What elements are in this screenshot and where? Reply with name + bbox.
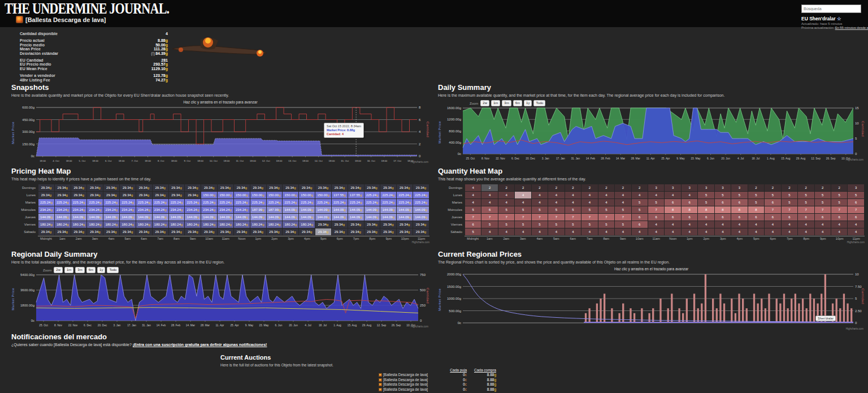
heatmap-cell: 225.24g (332, 199, 348, 206)
heatmap-cell: 4 (632, 192, 648, 198)
tooltip-date: Sat Oct 15 2022, 8:34am (327, 124, 361, 128)
zoom-button-todo[interactable]: Todo (533, 100, 545, 106)
hour-label: 1pm (250, 237, 266, 240)
heatmap-cell: 5 (798, 199, 814, 206)
heatmap-cell: 29.34g (87, 192, 103, 198)
heatmap-cell: 4 (632, 228, 648, 235)
svg-text:Highcharts.com: Highcharts.com (846, 158, 864, 161)
heatmap-cell: 4 (598, 192, 614, 198)
stat-group: Vender a vendedor123.78g48hr Listing Fee… (20, 74, 168, 82)
stat-value: 293.57g (153, 62, 168, 66)
heatmap-cell: 144.09g (283, 206, 298, 213)
site-logo[interactable]: THE UNDERMINE JOURNAL. (5, 0, 169, 18)
item-icon[interactable] (16, 16, 23, 23)
heatmap-cell: 3 (848, 184, 864, 191)
chart-drag-hint: Haz clic y arrastra en el trazado para a… (438, 267, 865, 271)
regional-daily-chart[interactable]: 5400.00g3600.00g1800.00g0c750500250025. … (11, 267, 429, 328)
snapshots-title: Snapshots (11, 83, 429, 92)
zoom-button-2w[interactable]: 2w (54, 267, 63, 273)
chart-drag-hint: Haz clic y arrastra en el trazado para a… (11, 100, 429, 104)
svg-text:15. Aug: 15. Aug (348, 324, 357, 327)
heatmap-cell: 187.99g (250, 206, 266, 213)
heatmap-row-miércoles: Miércoles234.24g234.24g234.24g234.24g234… (12, 206, 429, 213)
zoom-button-2w[interactable]: 2w (480, 100, 489, 106)
svg-text:29. Aug: 29. Aug (362, 324, 372, 327)
heatmap-cell: 4 (731, 221, 747, 228)
heatmap-row-lunes: Lunes29.34g29.34g29.34g29.34g29.34g29.34… (12, 192, 429, 198)
heatmap-cell: 4 (815, 221, 831, 228)
heatmap-cell: 6 (831, 214, 847, 221)
heatmap-cell: 29.34g (348, 228, 364, 235)
favorite-star-icon[interactable]: ☆ (837, 16, 841, 21)
svg-text:1000.00g: 1000.00g (447, 297, 461, 300)
heatmap-cell: 29.34g (136, 228, 152, 235)
heatmap-cell: 6 (715, 199, 731, 206)
hour-label: Noon (665, 237, 682, 240)
heatmap-cell: 225.24g (103, 199, 119, 206)
heatmap-row-viernes: Viernes180.24g180.24g180.24g180.24g180.2… (12, 221, 429, 228)
heatmap-cell: 3 (682, 184, 697, 191)
auction-item-link[interactable]: [Ballesta Descarga de lava] (377, 382, 444, 387)
heatmap-cell: 7 (815, 206, 831, 213)
item-name[interactable]: [Ballesta Descarga de lava] (25, 16, 106, 23)
next-update-link[interactable]: En 55 minutos desde ahora (835, 26, 868, 29)
zoom-button-1y[interactable]: 1y (97, 267, 105, 273)
svg-text:26. Sep: 26. Sep (826, 157, 836, 160)
zoom-button-1m[interactable]: 1m (491, 100, 500, 106)
y-axis-title-price: Market Price (11, 122, 15, 144)
heatmap-cell: 225.24g (413, 199, 429, 206)
auction-item-link[interactable]: [Ballesta Descarga de lava] (377, 378, 444, 383)
zoom-button-6m[interactable]: 6m (513, 100, 522, 106)
heatmap-cell: 4 (715, 221, 731, 228)
heatmap-cell: 29.34g (413, 184, 429, 191)
svg-text:12. Oct: 12. Oct (262, 159, 271, 162)
svg-text:4: 4 (419, 130, 421, 133)
daily-summary-chart[interactable]: 1600.00g1200.00g800.00g400.00g0c15105025… (438, 100, 865, 161)
quantity-heatmap-title: Quantity Heat Map (438, 167, 865, 175)
heatmap-cell: 4 (615, 192, 631, 198)
svg-text:1. Aug: 1. Aug (767, 157, 775, 160)
svg-text:18:00: 18:00 (40, 159, 46, 162)
svg-text:15: 15 (855, 106, 859, 110)
svg-text:0: 0 (420, 319, 422, 322)
heatmap-cell: 8 (698, 206, 714, 213)
heatmap-cell: 5 (748, 192, 764, 198)
notifications-title: Notificaciones del mercado (11, 332, 429, 341)
subscription-link[interactable]: ¡Entra con una suscripción gratuita para… (133, 343, 267, 347)
zoom-button-1m[interactable]: 1m (64, 267, 73, 273)
auction-buyout: 8.88g (468, 382, 497, 387)
heatmap-cell: 29.34g (315, 184, 331, 191)
heatmap-cell: 6 (748, 214, 764, 221)
zoom-button-1y[interactable]: 1y (524, 100, 532, 106)
current-regional-chart[interactable]: 2000.00g1500.00g1000.00g500.00g0c107.505… (438, 267, 865, 330)
heatmap-cell: 4 (598, 228, 614, 235)
heatmap-cell: 225.24g (315, 199, 331, 206)
zoom-button-3m[interactable]: 3m (502, 100, 511, 106)
search-input[interactable] (801, 5, 861, 13)
zoom-button-6m[interactable]: 6m (86, 267, 96, 273)
stat-row: Precio medio50.00g (20, 43, 168, 47)
hour-label: 8pm (364, 237, 381, 240)
auction-buyout: 8.88g (468, 378, 497, 383)
auction-item-link[interactable]: [Ballesta Descarga de lava] (377, 387, 444, 392)
heatmap-cell: 29.34g (283, 228, 298, 235)
heatmap-row-sábado: Sábado29.34g29.34g29.34g29.34g29.34g29.3… (12, 228, 429, 235)
auction-item-link[interactable]: [Ballesta Descarga de lava] (377, 373, 444, 378)
heatmap-cell: 5 (782, 192, 797, 198)
heatmap-cell: 144.09g (397, 206, 413, 213)
zoom-button-3m[interactable]: 3m (75, 267, 84, 273)
snapshots-chart[interactable]: 600.00g450.00g300.00g150.00g0c8642018:00… (11, 100, 429, 163)
zoom-button-todo[interactable]: Todo (107, 267, 119, 273)
heatmap-cell: 180.24g (234, 221, 250, 228)
heatmap-cell: 29.34g (71, 192, 87, 198)
stat-label: Cantidad disponible (20, 32, 58, 36)
heatmap-cell: 4 (481, 199, 497, 206)
svg-text:16. Oct: 16. Oct (367, 159, 376, 162)
hour-label: 1am (54, 237, 71, 240)
svg-text:18:00: 18:00 (119, 159, 125, 162)
hour-label: 6pm (765, 237, 782, 240)
regional-subtitle: Here is the total available quantity, an… (11, 260, 429, 264)
heatmap-cell: 7 (515, 214, 531, 221)
realm-tooltip: Shen'dralar (815, 316, 836, 321)
y-axis-title-price: Market Price (438, 288, 441, 311)
